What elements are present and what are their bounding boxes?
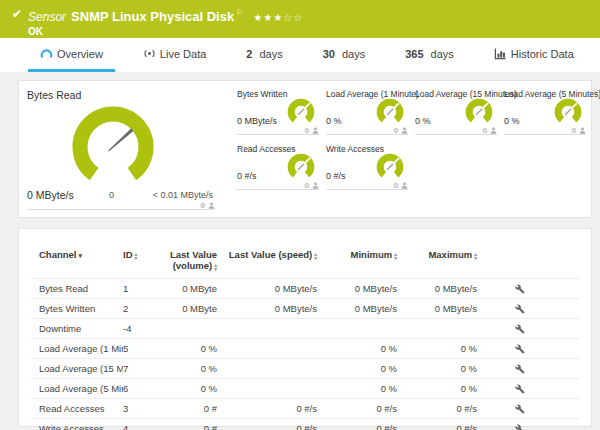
column-header-last-value-speed[interactable]: Last Value (speed)▴▾: [217, 249, 317, 279]
gauge-divider: ⚙: [326, 182, 408, 190]
cell-last-volume: [153, 319, 217, 339]
cell-last-volume: 0 %: [153, 359, 217, 379]
gauge-divider: ⚙: [504, 127, 586, 135]
column-header-channel[interactable]: Channel▾: [31, 249, 123, 279]
tab-label: Overview: [57, 48, 103, 60]
bytes-read-gauge-dial: [65, 97, 161, 193]
user-access-icon[interactable]: [312, 182, 319, 189]
stars-filled[interactable]: ★★★: [253, 12, 283, 23]
channel-table: Channel▾ ID▴▾ Last Value(volume)▴▾ Last …: [31, 249, 579, 430]
gauge-current-value: 0 %: [326, 116, 342, 126]
sensor-status-badge: OK: [28, 26, 303, 37]
tab-bar: Overview Live Data 2 days 30 days 365 da…: [0, 38, 600, 72]
cell-minimum: 0 MByte/s: [317, 279, 397, 299]
gauge-bytes-written: Bytes Written 0 MByte/s ⚙: [237, 89, 319, 135]
cell-last-speed: [217, 379, 317, 399]
wrench-icon[interactable]: [515, 344, 525, 354]
channel-settings-gear-icon[interactable]: ⚙: [571, 127, 577, 134]
gauge-current-value: 0 %: [504, 116, 520, 126]
priority-stars[interactable]: ★★★☆☆: [253, 12, 303, 23]
wrench-icon[interactable]: [515, 384, 525, 394]
table-row[interactable]: Bytes Read 1 0 MByte 0 MByte/s 0 MByte/s…: [31, 279, 579, 299]
tab-30-days[interactable]: 30 days: [311, 38, 378, 72]
gauge-load-average-15min: Load Average (15 Minutes) 0 % ⚙: [415, 89, 497, 135]
table-row[interactable]: Load Average (15 Mi... 7 0 % 0 % 0 %: [31, 359, 579, 379]
cell-maximum: 0 %: [397, 379, 477, 399]
cell-last-speed: 0 MByte/s: [217, 279, 317, 299]
channel-settings-gear-icon[interactable]: ⚙: [393, 127, 399, 134]
tab-overview[interactable]: Overview: [28, 38, 115, 72]
channel-settings-gear-icon[interactable]: ⚙: [482, 127, 488, 134]
pause-flag-icon[interactable]: ⚐: [236, 8, 243, 17]
wrench-icon[interactable]: [515, 404, 525, 414]
user-access-icon[interactable]: [579, 127, 586, 134]
cell-last-speed: 0 MByte/s: [217, 299, 317, 319]
gauge-current-value: 0 %: [415, 116, 431, 126]
sort-icon: ▴▾: [214, 263, 217, 271]
gauge-divider: ⚙: [326, 127, 408, 135]
gauge-dial: [284, 96, 318, 126]
cell-last-volume: 0 %: [153, 339, 217, 359]
user-access-icon[interactable]: [208, 202, 215, 209]
gauge-title: Read Accesses: [237, 144, 296, 154]
channel-settings-gear-icon[interactable]: ⚙: [393, 182, 399, 189]
channel-table-panel: Channel▾ ID▴▾ Last Value(volume)▴▾ Last …: [18, 228, 592, 427]
cell-last-volume: 0 #: [153, 419, 217, 430]
user-access-icon[interactable]: [401, 182, 408, 189]
stars-empty[interactable]: ☆☆: [283, 12, 303, 23]
cell-last-volume: 0 %: [153, 379, 217, 399]
tab-label: Historic Data: [511, 48, 574, 60]
table-row[interactable]: Bytes Written 2 0 MByte 0 MByte/s 0 MByt…: [31, 299, 579, 319]
channel-settings-gear-icon[interactable]: ⚙: [304, 182, 310, 189]
tab-live-data[interactable]: Live Data: [131, 38, 218, 72]
cell-channel: Load Average (1 Min...: [31, 339, 123, 359]
broadcast-icon: [143, 47, 156, 60]
gauge-dial: [462, 96, 496, 126]
sensor-header: ✔ SensorSNMP Linux Physical Disk⚐★★★☆☆ O…: [0, 0, 600, 38]
gauge-divider: ⚙: [415, 127, 497, 135]
wrench-icon[interactable]: [515, 284, 525, 294]
wrench-icon[interactable]: [515, 424, 525, 430]
table-row[interactable]: Write Accesses 4 0 # 0 #/s 0 #/s 0 #/s: [31, 419, 579, 430]
tab-365-days[interactable]: 365 days: [393, 38, 466, 72]
channel-settings-gear-icon[interactable]: ⚙: [200, 202, 206, 209]
gauge-dial: [373, 96, 407, 126]
cell-maximum: 0 MByte/s: [397, 299, 477, 319]
column-header-id[interactable]: ID▴▾: [123, 249, 153, 279]
gauge-current-value: 0 #/s: [326, 171, 346, 181]
tab-number: 365: [405, 48, 423, 60]
user-access-icon[interactable]: [312, 127, 319, 134]
cell-minimum: 0 MByte/s: [317, 299, 397, 319]
cell-id: -4: [123, 319, 153, 339]
gauge-max-label: < 0.01 MByte/s: [153, 190, 213, 200]
cell-maximum: 0 %: [397, 359, 477, 379]
table-header-row: Channel▾ ID▴▾ Last Value(volume)▴▾ Last …: [31, 249, 579, 279]
cell-minimum: 0 #/s: [317, 399, 397, 419]
object-kind-label: Sensor: [28, 10, 66, 24]
column-header-minimum[interactable]: Minimum▴▾: [317, 249, 397, 279]
user-access-icon[interactable]: [490, 127, 497, 134]
column-header-maximum[interactable]: Maximum▴▾: [397, 249, 477, 279]
gauge-write-accesses: Write Accesses 0 #/s ⚙: [326, 144, 408, 190]
user-access-icon[interactable]: [401, 127, 408, 134]
sort-icon: ▴▾: [135, 252, 138, 260]
tab-historic-data[interactable]: Historic Data: [482, 38, 586, 72]
gauge-divider: ⚙: [27, 201, 215, 210]
wrench-icon[interactable]: [515, 324, 525, 334]
cell-minimum: [317, 319, 397, 339]
column-header-last-value-volume[interactable]: Last Value(volume)▴▾: [153, 249, 217, 279]
cell-last-volume: 0 MByte: [153, 279, 217, 299]
wrench-icon[interactable]: [515, 364, 525, 374]
cell-maximum: 0 %: [397, 339, 477, 359]
channel-settings-gear-icon[interactable]: ⚙: [304, 127, 310, 134]
gauge-dial: [551, 96, 585, 126]
table-row[interactable]: Read Accesses 3 0 # 0 #/s 0 #/s 0 #/s: [31, 399, 579, 419]
table-row[interactable]: Load Average (1 Min... 5 0 % 0 % 0 %: [31, 339, 579, 359]
table-row[interactable]: Downtime -4: [31, 319, 579, 339]
tab-label: days: [431, 48, 454, 60]
gauge-bytes-read: Bytes Read 0 MByte/s 0 < 0.01 MByte/s ⚙: [27, 89, 215, 211]
table-row[interactable]: Load Average (5 Min... 6 0 % 0 % 0 %: [31, 379, 579, 399]
wrench-icon[interactable]: [515, 304, 525, 314]
gauge-title: Bytes Written: [237, 89, 287, 99]
tab-2-days[interactable]: 2 days: [234, 38, 294, 72]
